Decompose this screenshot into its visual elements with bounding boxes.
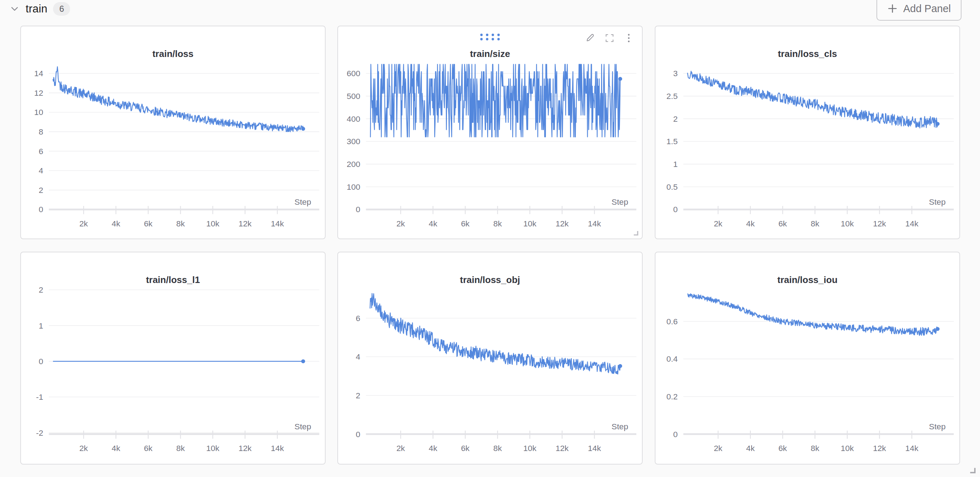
- svg-text:12k: 12k: [873, 219, 886, 228]
- panel-resize-handle[interactable]: [632, 229, 639, 236]
- svg-text:1: 1: [39, 321, 43, 330]
- svg-text:100: 100: [347, 182, 360, 191]
- panel-train-size: train/size 2k4k6k8k10k12k14k010020030040…: [337, 26, 643, 239]
- svg-text:4k: 4k: [112, 219, 121, 228]
- svg-text:400: 400: [347, 114, 360, 123]
- svg-text:14k: 14k: [905, 219, 918, 228]
- svg-text:2: 2: [673, 114, 678, 123]
- plus-icon: [887, 3, 898, 14]
- svg-text:6k: 6k: [461, 219, 470, 228]
- svg-text:10k: 10k: [523, 219, 537, 228]
- svg-text:6: 6: [356, 314, 361, 323]
- svg-text:0.5: 0.5: [667, 182, 678, 191]
- panel-actions: [585, 33, 634, 43]
- svg-text:12k: 12k: [239, 443, 251, 453]
- svg-text:4k: 4k: [112, 443, 121, 453]
- svg-text:14: 14: [34, 69, 43, 78]
- svg-text:12k: 12k: [873, 443, 886, 453]
- svg-text:4: 4: [39, 166, 43, 175]
- kebab-menu-icon[interactable]: [624, 33, 634, 43]
- panel-section-train: train 6 Add Panel train/loss 2k4k6k8k10k…: [0, 0, 980, 477]
- svg-text:2k: 2k: [80, 443, 88, 453]
- panel-train-loss-cls: train/loss_cls 2k4k6k8k10k12k14k00.511.5…: [655, 26, 960, 239]
- svg-text:8: 8: [39, 127, 43, 136]
- svg-text:4k: 4k: [429, 443, 438, 453]
- svg-text:2k: 2k: [714, 219, 723, 228]
- svg-text:2k: 2k: [396, 443, 405, 453]
- svg-text:600: 600: [347, 69, 360, 78]
- fullscreen-icon[interactable]: [604, 33, 615, 43]
- svg-text:8k: 8k: [176, 443, 185, 453]
- svg-text:6k: 6k: [778, 443, 787, 453]
- panel-train-loss-obj: train/loss_obj 2k4k6k8k10k12k14k0246Step: [337, 252, 643, 464]
- svg-text:1.5: 1.5: [667, 137, 678, 146]
- svg-text:6k: 6k: [461, 443, 470, 453]
- add-panel-label: Add Panel: [903, 3, 951, 14]
- svg-text:-2: -2: [36, 428, 43, 437]
- section-resize-handle[interactable]: [969, 466, 977, 474]
- svg-text:0: 0: [39, 357, 43, 366]
- svg-text:14k: 14k: [588, 219, 601, 228]
- svg-text:6k: 6k: [144, 443, 153, 453]
- svg-text:10: 10: [34, 107, 43, 117]
- add-panel-button[interactable]: Add Panel: [877, 0, 961, 21]
- svg-text:14k: 14k: [588, 443, 601, 453]
- panel-train-loss-iou: train/loss_iou 2k4k6k8k10k12k14k00.20.40…: [655, 252, 960, 464]
- svg-text:6k: 6k: [778, 219, 787, 228]
- svg-text:0: 0: [356, 430, 361, 439]
- chart-canvas-train-loss-iou[interactable]: 2k4k6k8k10k12k14k00.20.40.6Step: [655, 252, 959, 464]
- svg-text:0: 0: [39, 205, 43, 214]
- svg-text:Step: Step: [929, 197, 945, 206]
- svg-text:Step: Step: [611, 422, 628, 431]
- svg-text:2: 2: [39, 185, 43, 195]
- svg-text:8k: 8k: [811, 219, 819, 228]
- section-title: train: [25, 3, 47, 15]
- svg-text:300: 300: [347, 137, 360, 146]
- svg-text:-1: -1: [36, 392, 43, 402]
- svg-text:14k: 14k: [271, 443, 284, 453]
- svg-text:2k: 2k: [396, 219, 405, 228]
- svg-text:8k: 8k: [176, 219, 185, 228]
- svg-text:14k: 14k: [271, 219, 284, 228]
- drag-handle-icon[interactable]: [478, 32, 502, 43]
- svg-text:10k: 10k: [207, 219, 220, 228]
- svg-text:Step: Step: [294, 197, 311, 206]
- svg-text:0: 0: [673, 205, 678, 214]
- svg-text:4k: 4k: [746, 219, 755, 228]
- svg-text:12k: 12k: [555, 443, 569, 453]
- svg-text:Step: Step: [611, 197, 628, 206]
- svg-text:6k: 6k: [144, 219, 153, 228]
- svg-text:4k: 4k: [746, 443, 755, 453]
- svg-text:10k: 10k: [841, 443, 854, 453]
- chart-canvas-train-loss-cls[interactable]: 2k4k6k8k10k12k14k00.511.522.53Step: [655, 26, 959, 238]
- svg-text:1: 1: [673, 160, 678, 169]
- panel-train-loss-l1: train/loss_l1 2k4k6k8k10k12k14k-2-1012St…: [20, 252, 326, 464]
- svg-text:6: 6: [39, 147, 43, 156]
- svg-text:0: 0: [673, 430, 678, 439]
- svg-text:0.2: 0.2: [667, 392, 678, 401]
- svg-text:12k: 12k: [239, 219, 251, 228]
- svg-text:500: 500: [347, 91, 360, 101]
- svg-text:8k: 8k: [493, 443, 502, 453]
- svg-text:12k: 12k: [555, 219, 569, 228]
- svg-text:4: 4: [356, 352, 361, 361]
- svg-text:0.6: 0.6: [667, 317, 678, 326]
- svg-text:2: 2: [356, 391, 361, 400]
- svg-text:Step: Step: [929, 422, 945, 431]
- svg-text:0: 0: [356, 205, 361, 214]
- svg-text:2k: 2k: [80, 219, 88, 228]
- svg-text:8k: 8k: [811, 443, 819, 453]
- section-header: train 6: [9, 2, 70, 16]
- svg-text:2: 2: [39, 285, 43, 294]
- svg-text:10k: 10k: [523, 443, 537, 453]
- chart-canvas-train-loss-obj[interactable]: 2k4k6k8k10k12k14k0246Step: [338, 252, 642, 464]
- chart-canvas-train-loss-l1[interactable]: 2k4k6k8k10k12k14k-2-1012Step: [21, 252, 325, 464]
- svg-text:8k: 8k: [493, 219, 502, 228]
- chart-canvas-train-size[interactable]: 2k4k6k8k10k12k14k0100200300400500600Step: [338, 26, 642, 238]
- svg-text:2.5: 2.5: [667, 91, 678, 101]
- svg-text:Step: Step: [294, 422, 311, 431]
- chevron-down-icon[interactable]: [9, 3, 20, 14]
- chart-canvas-train-loss[interactable]: 2k4k6k8k10k12k14k02468101214Step: [21, 26, 325, 238]
- edit-pencil-icon[interactable]: [585, 33, 596, 43]
- svg-text:3: 3: [673, 69, 678, 78]
